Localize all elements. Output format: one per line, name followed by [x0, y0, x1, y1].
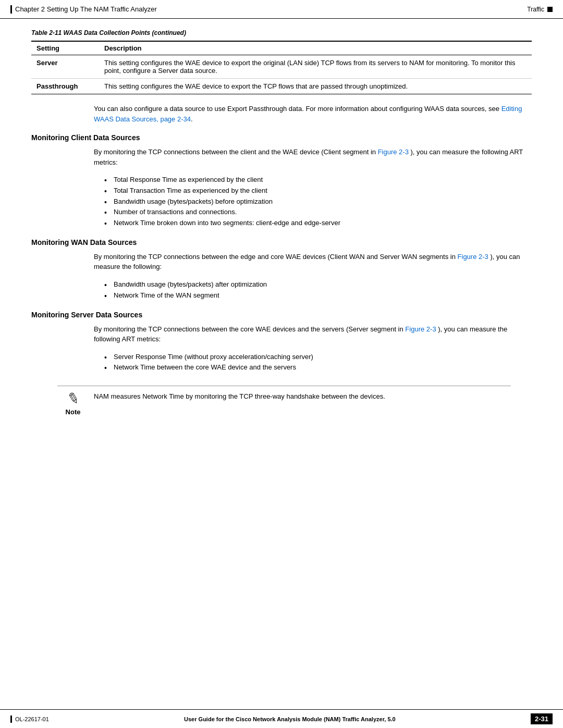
server-para-before: By monitoring the TCP connections betwee… [94, 325, 403, 333]
section-server: Monitoring Server Data Sources By monito… [31, 311, 532, 374]
waas-data-table: Setting Description Server This setting … [31, 41, 532, 94]
footer-pipe-icon [10, 715, 12, 723]
section-client-para: By monitoring the TCP connections betwee… [94, 147, 532, 167]
list-item: Number of transactions and connections. [104, 207, 532, 218]
server-bullet-list: Server Response Time (without proxy acce… [104, 352, 532, 374]
note-pencil-icon: ✎ [65, 390, 80, 408]
table-row: Passthrough This setting configures the … [31, 79, 532, 94]
section-server-heading: Monitoring Server Data Sources [31, 311, 532, 319]
header-pipe-icon [10, 5, 12, 14]
intro-paragraph: You can also configure a data source to … [94, 104, 532, 124]
footer-doc-number: OL-22617-01 [15, 716, 49, 722]
setting-cell: Passthrough [31, 79, 99, 94]
list-item: Network Time of the WAN segment [104, 290, 532, 301]
section-wan-heading: Monitoring WAN Data Sources [31, 238, 532, 246]
table-caption: Table 2-11 WAAS Data Collection Points (… [31, 29, 532, 36]
server-figure-link[interactable]: Figure 2-3 [405, 325, 436, 333]
header-right: Traffic [527, 6, 553, 13]
footer-center: User Guide for the Cisco Network Analysi… [49, 716, 531, 722]
wan-bullet-list: Bandwidth usage (bytes/packets) after op… [104, 279, 532, 301]
header-square-icon [547, 7, 553, 12]
list-item: Total Transaction Time as experienced by… [104, 186, 532, 196]
col-description-header: Description [99, 41, 532, 55]
note-label: Note [66, 408, 81, 416]
description-cell: This setting configures the WAE device t… [99, 55, 532, 79]
header-bar: Chapter 2 Setting Up The NAM Traffic Ana… [0, 0, 563, 19]
wan-figure-link[interactable]: Figure 2-3 [458, 253, 488, 261]
client-bullet-list: Total Response Time as experienced by th… [104, 175, 532, 229]
note-box: ✎ Note NAM measures Network Time by moni… [57, 386, 511, 416]
table-row: Server This setting configures the WAE d… [31, 55, 532, 79]
list-item: Bandwidth usage (bytes/packets) before o… [104, 196, 532, 207]
footer-left: OL-22617-01 [10, 715, 49, 723]
note-icon-area: ✎ Note [57, 391, 89, 416]
footer-page-number: 2-31 [531, 713, 553, 724]
header-left: Chapter 2 Setting Up The NAM Traffic Ana… [10, 5, 157, 14]
main-content: Table 2-11 WAAS Data Collection Points (… [0, 19, 563, 426]
client-figure-link[interactable]: Figure 2-3 [378, 148, 409, 156]
setting-cell: Server [31, 55, 99, 79]
intro-text: You can also configure a data source to … [94, 105, 499, 113]
wan-para-before: By monitoring the TCP connections betwee… [94, 253, 456, 261]
col-setting-header: Setting [31, 41, 99, 55]
client-para-before: By monitoring the TCP connections betwee… [94, 148, 376, 156]
section-client: Monitoring Client Data Sources By monito… [31, 133, 532, 229]
description-cell: This setting configures the WAE device t… [99, 79, 532, 94]
list-item: Bandwidth usage (bytes/packets) after op… [104, 279, 532, 290]
section-wan-para: By monitoring the TCP connections betwee… [94, 252, 532, 272]
section-wan: Monitoring WAN Data Sources By monitorin… [31, 238, 532, 301]
section-server-para: By monitoring the TCP connections betwee… [94, 324, 532, 344]
list-item: Server Response Time (without proxy acce… [104, 352, 532, 363]
footer: OL-22617-01 User Guide for the Cisco Net… [0, 709, 563, 728]
list-item: Network Time broken down into two segmen… [104, 218, 532, 229]
header-traffic-label: Traffic [527, 6, 544, 13]
list-item: Network Time between the core WAE device… [104, 362, 532, 373]
section-client-heading: Monitoring Client Data Sources [31, 133, 532, 142]
note-text: NAM measures Network Time by monitoring … [89, 391, 511, 402]
header-chapter-text: Chapter 2 Setting Up The NAM Traffic Ana… [15, 5, 157, 13]
list-item: Total Response Time as experienced by th… [104, 175, 532, 186]
